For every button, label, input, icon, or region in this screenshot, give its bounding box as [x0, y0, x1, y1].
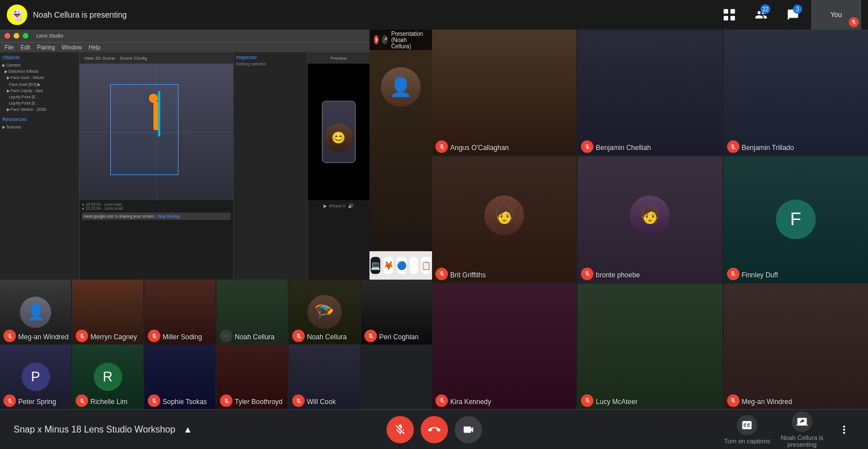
mic-off-icon [79, 398, 85, 404]
ls-3d-view [80, 64, 233, 200]
name-noah-2: Noah Cellura [307, 333, 347, 341]
captions-button[interactable]: Turn on captions [724, 415, 770, 444]
ls-view-2dscene: View 2D Scene [84, 56, 115, 61]
mute-brit [435, 268, 448, 280]
meeting-title: Snap x Minus 18 Lens Studio Workshop [14, 425, 175, 435]
self-view-tile: 👤 💻 🦊 🔵 [369, 30, 432, 280]
name-benjamin-c: Benjamin Chelliah [596, 144, 651, 152]
mute-peri [364, 330, 377, 342]
grid-view-button[interactable] [716, 1, 743, 28]
tile-noah-cellura-1: ··· Noah Cellura [217, 280, 288, 344]
name-benjamin-t: Benjamin Trillado [742, 144, 794, 152]
mic-off-btn-icon [394, 423, 406, 436]
peter-avatar: P [22, 363, 50, 391]
name-miller: Miller Soding [163, 333, 202, 341]
mic-off-icon [439, 271, 445, 277]
pres-expand-icon[interactable]: ⬆ [374, 35, 379, 44]
presenting-button[interactable]: Noah Cellura is presenting [779, 411, 825, 448]
minimize-dot [14, 33, 19, 39]
snap-ghost-icon: 👻 [10, 8, 24, 22]
lens-studio-titlebar: Lens Studio [0, 30, 369, 42]
name-brit: Brit Griffiths [450, 271, 485, 279]
people-button[interactable]: 22 [747, 1, 775, 28]
mic-off-icon [223, 398, 230, 404]
mute-sophie [148, 394, 160, 407]
ls-resources-header: Resources [2, 117, 77, 122]
richelle-avatar: R [94, 363, 122, 391]
name-meg-right: Meg-an Windred [742, 398, 792, 406]
dock-icon-3: 🔵 [397, 257, 406, 274]
tile-lucy-mcateer: Lucy McAteer [578, 284, 722, 409]
dock-icon-5: 📋 [421, 257, 431, 274]
pres-mute-icon[interactable]: 🎤 [382, 35, 388, 44]
tile-will-cook: Will Cook [289, 344, 360, 409]
ls-inspector-panel: Inspector Nothing selected [233, 52, 307, 280]
ls-viewport-toolbar: View 2D Scene Scene Config [80, 52, 233, 64]
you-label: You [830, 11, 842, 19]
tile-angus: Angus O'Callaghan [432, 30, 576, 155]
tile-merryn-cagney: Merryn Cagney [72, 280, 143, 344]
dock-icon-4: 🗓 [410, 257, 418, 274]
ls-log-2: ● 18:23:04 - Lens reset [82, 206, 231, 210]
tile-bronte: 🧑 bronte phoebe [578, 156, 722, 282]
tile-tyler-boothroyd: Tyler Boothroyd [217, 344, 288, 409]
face-icon: 👤 [389, 76, 412, 98]
name-richelle: Richelle Lim [90, 398, 127, 406]
ls-preview-header: Preview [308, 52, 369, 64]
mute-tyler [220, 394, 232, 407]
presenting-text: Noah Cellura is presenting [33, 10, 127, 19]
ls-device-label: iPhone X [329, 204, 345, 208]
tile-richelle-lim: R Richelle Lim [72, 344, 143, 409]
pres-name-label: Presentation (Noah Cellura) [391, 31, 427, 49]
name-angus: Angus O'Callaghan [450, 144, 509, 152]
video-bg-empty [361, 344, 432, 409]
mute-meg-1 [3, 330, 16, 342]
ls-log-1: ● 18:23:04 - Lens load [82, 202, 231, 206]
mute-miller [148, 330, 160, 342]
mic-off-icon [439, 144, 445, 150]
mic-off-icon [151, 398, 157, 404]
chat-button[interactable]: 3 [779, 1, 807, 28]
mute-peter [3, 394, 16, 407]
pres-label-bar: ⬆ 🎤 Presentation (Noah Cellura) [369, 30, 432, 50]
ls-menu-edit: Edit [20, 44, 30, 51]
tile-meg-an-windred-1: 👤 Meg-an Windred [0, 280, 71, 344]
mic-off-icon [296, 333, 302, 339]
ls-play-icon[interactable]: ▶ [323, 203, 327, 209]
meeting-options-button[interactable]: ▲ [180, 422, 196, 438]
captions-svg [741, 419, 753, 431]
mute-will [292, 394, 305, 407]
dock-icon-2: 🦊 [384, 257, 393, 274]
video-bg-meg-right [724, 284, 868, 409]
name-finnley: Finnley Duff [742, 271, 778, 279]
right-participant-grid: Angus O'Callaghan Benjamin Chelliah Benj… [432, 30, 868, 409]
camera-button[interactable] [455, 416, 482, 443]
mute-button[interactable] [387, 416, 414, 443]
face-emoji: 😊 [331, 131, 346, 144]
ls-menu-window: Window [62, 44, 82, 51]
dock-bar: 💻 🦊 🔵 🗓 📋 [369, 251, 432, 280]
more-vert-icon [838, 423, 850, 436]
mic-off-icon [584, 397, 591, 404]
mute-richelle [76, 394, 88, 407]
svg-rect-1 [730, 9, 735, 14]
dock-icon-1: 💻 [371, 257, 380, 274]
ls-logger: ● 18:23:04 - Lens load ● 18:23:04 - Lens… [80, 200, 233, 268]
more-noah-1: ··· [220, 330, 232, 342]
ls-stop-sharing[interactable]: Stop sharing [157, 214, 180, 218]
dock-icon-2-img: 🦊 [384, 261, 393, 270]
end-call-button[interactable] [421, 416, 448, 443]
presenting-icon [792, 411, 812, 432]
tile-benjamin-t: Benjamin Trillado [724, 30, 868, 155]
video-bg-benjamin-c [578, 30, 722, 155]
ls-body: Objects ▶ Camera ▶ Distortion Effects ▶ … [0, 52, 369, 280]
video-bg-angus [432, 30, 576, 155]
lens-studio-app: Lens Studio File Edit Pairing Window Hel… [0, 30, 369, 280]
more-options-button[interactable] [834, 419, 854, 440]
left-panel: Lens Studio File Edit Pairing Window Hel… [0, 30, 432, 409]
ls-inspector-nothing: Nothing selected [236, 62, 305, 66]
ls-sharing-toast: meet.google.com is sharing your screen. … [82, 213, 231, 220]
ls-viewport: View 2D Scene Scene Config [80, 52, 233, 280]
lower-section: 👤 Meg-an Windred Merryn Cagney [0, 280, 432, 409]
dock-icon-5-img: 📋 [421, 261, 431, 270]
